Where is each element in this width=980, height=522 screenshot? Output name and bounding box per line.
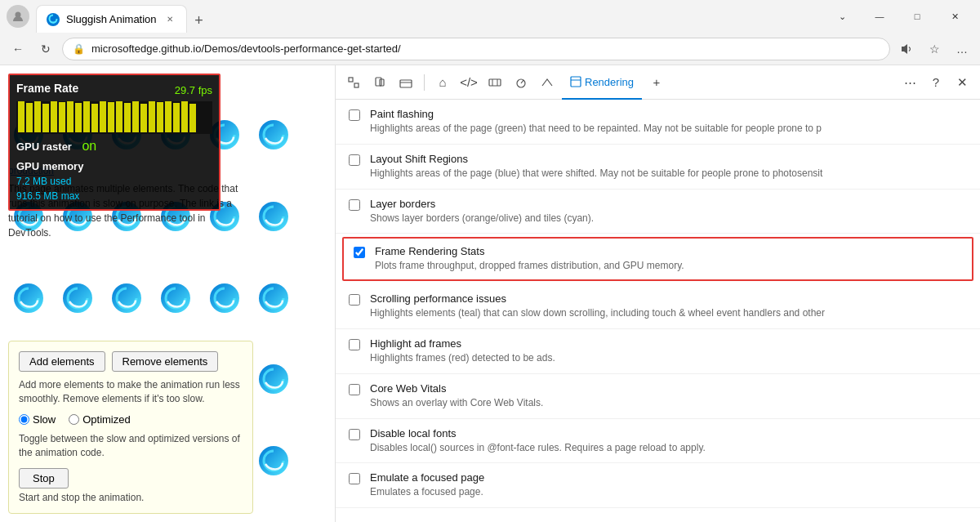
frame-rate-overlay: Frame Rate 29.7 fps xyxy=(8,74,220,211)
checkbox-paint-flashing[interactable] xyxy=(349,109,360,121)
remove-elements-button[interactable]: Remove elements xyxy=(112,351,219,372)
page-content: // Will be rendered after body xyxy=(0,65,335,522)
render-title-disable-local-fonts: Disable local fonts xyxy=(370,427,706,439)
controls-area: Add elements Remove elements Add more el… xyxy=(8,341,253,514)
more-button[interactable]: … xyxy=(951,38,973,60)
gpu-memory-section: GPU memory 7.2 MB used 916.5 MB max xyxy=(16,158,212,203)
render-item-paint-flashing: Paint flashingHighlights areas of the pa… xyxy=(336,100,980,145)
edge-logo-13 xyxy=(57,278,98,319)
checkbox-highlight-ad-frames[interactable] xyxy=(349,339,360,350)
close-button[interactable]: ✕ xyxy=(936,4,973,29)
edge-logo-15 xyxy=(155,278,196,319)
devtools-panel: ⌂ </> Rendering + ⋯ ? ✕ Paint xyxy=(335,65,980,522)
render-desc-paint-flashing: Highlights areas of the page (green) tha… xyxy=(370,122,822,136)
render-title-emulate-focused-page: Emulate a focused page xyxy=(370,471,484,484)
render-desc-layer-borders: Shows layer borders (orange/olive) and t… xyxy=(370,212,594,225)
new-tab-button[interactable]: + xyxy=(187,8,212,33)
refresh-button[interactable]: ↻ xyxy=(34,38,57,60)
chevron-down-button[interactable]: ⌄ xyxy=(823,4,861,29)
performance-button[interactable] xyxy=(510,71,532,94)
render-desc-frame-rendering-stats: Plots frame throughput, dropped frames d… xyxy=(375,259,684,273)
toolbar-right: ⋯ ? ✕ xyxy=(898,71,973,94)
edge-logo-5 xyxy=(253,114,294,155)
home-button[interactable]: ⌂ xyxy=(431,71,454,94)
stop-button[interactable]: Stop xyxy=(19,468,69,489)
add-tool-button[interactable]: + xyxy=(645,71,668,94)
main-area: // Will be rendered after body xyxy=(0,65,980,522)
console-drawer-button[interactable] xyxy=(394,71,417,94)
network-button[interactable] xyxy=(483,71,506,94)
rendering-panel: Paint flashingHighlights areas of the pa… xyxy=(336,100,980,522)
maximize-button[interactable]: □ xyxy=(898,4,936,29)
render-item-layer-borders: Layer bordersShows layer borders (orange… xyxy=(336,190,980,234)
render-title-highlight-ad-frames: Highlight ad frames xyxy=(370,337,555,350)
edge-logo-17 xyxy=(253,278,294,319)
render-item-scrolling-performance: Scrolling performance issuesHighlights e… xyxy=(336,284,980,329)
minimize-button[interactable]: — xyxy=(861,4,898,29)
speed-radios: Slow Optimized xyxy=(19,413,243,426)
address-bar[interactable]: 🔒 microsoftedge.github.io/Demos/devtools… xyxy=(62,38,890,60)
svg-rect-43 xyxy=(571,77,581,87)
checkbox-core-web-vitals[interactable] xyxy=(349,384,360,395)
render-item-core-web-vitals: Core Web VitalsShows an overlay with Cor… xyxy=(336,374,980,419)
gpu-raster-value: on xyxy=(82,139,96,153)
gpu-memory-label: GPU memory xyxy=(16,160,83,172)
elements-description: Add more elements to make the animation … xyxy=(19,378,243,406)
profile-avatar[interactable] xyxy=(7,5,29,28)
tab-rendering[interactable]: Rendering xyxy=(562,65,642,100)
active-tab[interactable]: Sluggish Animation ✕ xyxy=(36,5,187,33)
checkbox-frame-rendering-stats[interactable] xyxy=(354,247,365,258)
lock-icon: 🔒 xyxy=(73,43,85,55)
device-toolbar-button[interactable] xyxy=(368,71,391,94)
url-domain: microsoftedge.github.io xyxy=(91,42,201,55)
render-item-frame-rendering-stats: Frame Rendering StatsPlots frame through… xyxy=(342,237,973,281)
titlebar: Sluggish Animation ✕ + ⌄ — □ ✕ xyxy=(0,0,980,33)
render-title-core-web-vitals: Core Web Vitals xyxy=(370,382,543,395)
render-item-disable-local-fonts: Disable local fontsDisables local() sour… xyxy=(336,419,980,464)
tab-title: Sluggish Animation xyxy=(66,13,157,25)
more-tools-button[interactable]: ⋯ xyxy=(898,71,921,94)
optimized-radio-label[interactable]: Optimized xyxy=(69,413,131,426)
render-title-frame-rendering-stats: Frame Rendering Stats xyxy=(375,245,684,257)
render-desc-highlight-ad-frames: Highlights frames (red) detected to be a… xyxy=(370,351,555,365)
checkbox-disable-local-fonts[interactable] xyxy=(349,429,360,440)
optimized-radio[interactable] xyxy=(69,414,79,425)
render-desc-scrolling-performance: Highlights elements (teal) that can slow… xyxy=(370,306,825,320)
tab-rendering-label: Rendering xyxy=(585,76,634,88)
slow-radio[interactable] xyxy=(19,414,29,425)
read-aloud-button[interactable] xyxy=(895,38,918,60)
gpu-memory-used: 7.2 MB used xyxy=(16,176,71,187)
checkbox-layout-shift[interactable] xyxy=(349,154,360,166)
render-item-layout-shift: Layout Shift RegionsHighlights areas of … xyxy=(336,145,980,190)
render-title-layout-shift: Layout Shift Regions xyxy=(370,153,822,165)
render-item-highlight-ad-frames: Highlight ad framesHighlights frames (re… xyxy=(336,329,980,374)
checkbox-layer-borders[interactable] xyxy=(349,199,360,211)
add-elements-button[interactable]: Add elements xyxy=(19,351,105,372)
gpu-raster-label: GPU raster xyxy=(16,141,72,153)
checkbox-emulate-focused-page[interactable] xyxy=(349,473,360,484)
inspect-element-button[interactable] xyxy=(342,71,365,94)
render-item-emulate-focused-page: Emulate a focused pageEmulates a focused… xyxy=(336,463,980,508)
render-title-layer-borders: Layer borders xyxy=(370,198,594,210)
favorites-button[interactable]: ☆ xyxy=(923,38,946,60)
gpu-raster-section: GPU raster on xyxy=(16,139,212,154)
close-devtools-button[interactable]: ✕ xyxy=(951,71,973,94)
frame-rate-title: Frame Rate xyxy=(16,82,78,95)
toolbar-separator-1 xyxy=(424,74,425,91)
svg-line-42 xyxy=(521,80,523,83)
optimized-radio-text: Optimized xyxy=(82,413,131,426)
memory-button[interactable] xyxy=(536,71,559,94)
rendering-icon xyxy=(570,76,581,87)
back-button[interactable]: ← xyxy=(7,38,29,60)
checkbox-scrolling-performance[interactable] xyxy=(349,294,360,306)
help-button[interactable]: ? xyxy=(924,71,947,94)
render-desc-layout-shift: Highlights areas of the page (blue) that… xyxy=(370,167,822,181)
source-button[interactable]: </> xyxy=(457,71,480,94)
edge-logo-23 xyxy=(253,359,294,399)
slow-radio-label[interactable]: Slow xyxy=(19,413,56,426)
gpu-memory-max: 916.5 MB max xyxy=(16,190,79,202)
svg-rect-32 xyxy=(349,78,353,82)
edge-logo-11 xyxy=(253,196,294,237)
tab-close-button[interactable]: ✕ xyxy=(163,13,176,26)
edge-logo-29 xyxy=(253,440,294,481)
